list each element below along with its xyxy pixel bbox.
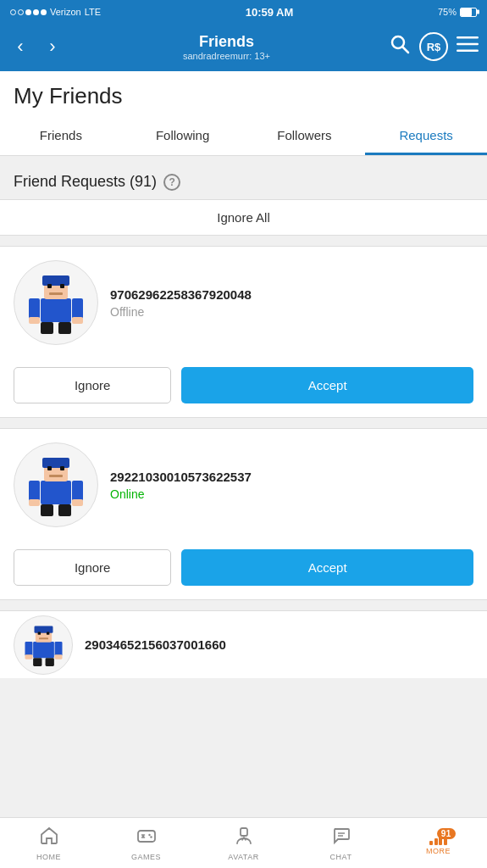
search-icon[interactable] [389, 33, 411, 60]
svg-rect-34 [25, 654, 32, 659]
svg-rect-31 [34, 626, 53, 633]
user-details-partial: 29034652156037001660 [85, 637, 473, 652]
request-actions-2: Ignore Accept [0, 541, 487, 599]
dot-4 [33, 9, 39, 15]
page-title-area: My Friends [0, 71, 487, 118]
svg-rect-19 [42, 458, 69, 468]
svg-rect-38 [37, 632, 40, 634]
ignore-button-2[interactable]: Ignore [14, 549, 171, 586]
svg-rect-32 [25, 642, 32, 656]
svg-rect-24 [41, 504, 53, 516]
svg-rect-25 [58, 504, 71, 516]
forward-button[interactable]: › [41, 36, 64, 58]
nav-arrows: ‹ › [8, 36, 64, 58]
help-icon[interactable]: ? [163, 174, 180, 191]
back-button[interactable]: ‹ [8, 36, 32, 58]
content-area: Friend Requests (91) ? Ignore All [0, 156, 487, 690]
signal-dots [10, 9, 47, 15]
svg-rect-20 [29, 481, 40, 501]
section-header-text: Friend Requests (91) [14, 173, 157, 191]
status-bar: Verizon LTE 10:59 AM 75% [0, 0, 487, 24]
request-info-2: 29221030010573622537 Online [0, 429, 487, 541]
svg-rect-27 [60, 466, 64, 470]
svg-rect-9 [72, 298, 83, 319]
user-details-1: 97062962258367920048 Offline [110, 287, 473, 319]
header-title-area: Friends sandradreemurr: 13+ [183, 33, 270, 61]
request-card-2: 29221030010573622537 Online Ignore Accep… [0, 428, 487, 600]
accept-button-2[interactable]: Accept [181, 549, 473, 586]
svg-rect-40 [39, 637, 48, 639]
tab-following[interactable]: Following [122, 118, 244, 155]
svg-rect-14 [47, 284, 52, 288]
username-2: 29221030010573622537 [110, 470, 473, 484]
section-header: Friend Requests (91) ? [0, 168, 487, 199]
svg-rect-23 [72, 499, 83, 506]
request-actions-1: Ignore Accept [0, 359, 487, 417]
robux-icon[interactable]: R$ [419, 32, 448, 61]
svg-rect-22 [29, 499, 40, 506]
tab-followers[interactable]: Followers [244, 118, 366, 155]
request-card-1: 97062962258367920048 Offline Ignore Acce… [0, 246, 487, 418]
svg-rect-17 [41, 481, 71, 504]
svg-rect-12 [41, 322, 53, 334]
battery-pct: 75% [438, 7, 457, 17]
battery-area: 75% [438, 7, 477, 17]
svg-rect-36 [33, 658, 42, 666]
app-header: ‹ › Friends sandradreemurr: 13+ R$ [0, 24, 487, 71]
dot-5 [41, 9, 47, 15]
dot-3 [25, 9, 31, 15]
time-display: 10:59 AM [246, 6, 294, 19]
username-partial: 29034652156037001660 [85, 637, 473, 652]
svg-rect-39 [46, 632, 48, 634]
page-title: My Friends [14, 83, 473, 109]
menu-icon[interactable] [457, 33, 479, 60]
svg-rect-28 [49, 475, 63, 477]
avatar-svg-partial [20, 621, 67, 668]
tab-requests[interactable]: Requests [365, 118, 487, 155]
header-subtitle: sandradreemurr: 13+ [183, 51, 270, 61]
carrier-label: Verizon [50, 7, 81, 17]
svg-rect-26 [47, 466, 52, 470]
battery-icon [460, 8, 477, 17]
svg-rect-8 [29, 298, 40, 319]
status-2: Online [110, 487, 473, 501]
svg-rect-7 [42, 275, 69, 286]
avatar-svg-2 [22, 451, 90, 519]
ignore-all-button[interactable]: Ignore All [0, 200, 487, 235]
dot-2 [18, 9, 24, 15]
svg-rect-2 [457, 36, 479, 39]
ignore-button-1[interactable]: Ignore [14, 367, 171, 403]
request-info-1: 97062962258367920048 Offline [0, 247, 487, 359]
header-icons: R$ [389, 32, 479, 61]
svg-rect-4 [457, 50, 479, 53]
svg-line-1 [403, 47, 409, 53]
avatar-2 [14, 442, 98, 527]
svg-rect-3 [457, 43, 479, 46]
svg-rect-29 [33, 642, 54, 658]
battery-fill [461, 8, 473, 16]
accept-button-1[interactable]: Accept [181, 367, 473, 403]
avatar-partial [14, 615, 73, 675]
request-card-partial: 29034652156037001660 [0, 610, 487, 678]
svg-rect-37 [45, 658, 53, 666]
svg-rect-10 [29, 317, 40, 324]
status-1: Offline [110, 305, 473, 319]
svg-rect-21 [72, 481, 83, 501]
tab-friends[interactable]: Friends [0, 118, 122, 155]
signal-area: Verizon LTE [10, 7, 101, 17]
tabs-bar: Friends Following Followers Requests [0, 118, 487, 156]
username-1: 97062962258367920048 [110, 287, 473, 302]
svg-rect-13 [58, 322, 71, 334]
network-label: LTE [85, 7, 101, 17]
svg-rect-15 [60, 284, 64, 288]
svg-rect-5 [41, 298, 71, 322]
header-title: Friends [183, 33, 270, 51]
svg-rect-33 [54, 642, 62, 656]
dot-1 [10, 9, 16, 15]
avatar-svg-1 [22, 269, 90, 337]
svg-rect-35 [54, 654, 62, 659]
ignore-all-container: Ignore All [0, 199, 487, 236]
user-details-2: 29221030010573622537 Online [110, 470, 473, 501]
avatar-1 [14, 260, 98, 345]
svg-rect-16 [49, 292, 63, 295]
